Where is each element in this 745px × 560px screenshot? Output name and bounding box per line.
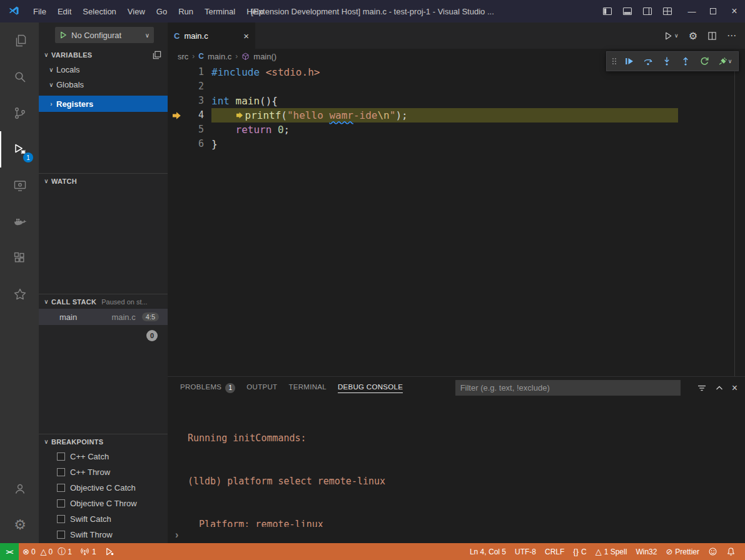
menu-file[interactable]: File bbox=[28, 7, 52, 16]
breakpoint-row[interactable]: C++ Catch bbox=[39, 449, 168, 464]
toggle-sidebar-icon[interactable] bbox=[602, 0, 612, 22]
code-editor[interactable]: 1 #include <stdio.h> 2 3 int main(){ bbox=[168, 64, 745, 376]
run-file-button[interactable]: ∨ bbox=[664, 31, 679, 41]
breakpoint-row[interactable]: Swift Catch bbox=[39, 511, 168, 527]
continue-button[interactable] bbox=[621, 52, 638, 70]
breakpoint-gutter[interactable] bbox=[168, 122, 186, 137]
checkbox[interactable] bbox=[57, 484, 65, 492]
tab-output[interactable]: OUTPUT bbox=[246, 377, 277, 399]
checkbox[interactable] bbox=[57, 531, 65, 539]
remote-explorer-icon[interactable] bbox=[0, 168, 39, 204]
checkbox[interactable] bbox=[57, 499, 65, 508]
menu-view[interactable]: View bbox=[122, 7, 151, 16]
step-into-button[interactable] bbox=[658, 52, 676, 70]
checkbox[interactable] bbox=[57, 452, 65, 461]
cursor-position[interactable]: Ln 4, Col 5 bbox=[465, 543, 510, 560]
checkbox[interactable] bbox=[57, 468, 65, 476]
debug-config-dropdown[interactable]: No Configurat ∨ bbox=[55, 27, 154, 43]
eol-indicator[interactable]: CRLF bbox=[540, 543, 569, 560]
close-window-button[interactable]: × bbox=[724, 0, 745, 22]
formatter-status[interactable]: ⊘Prettier bbox=[661, 543, 704, 560]
feedback-smiley-icon[interactable] bbox=[704, 543, 722, 560]
start-debugging-icon[interactable] bbox=[59, 31, 68, 39]
settings-gear-icon[interactable]: ⚙ bbox=[0, 507, 39, 543]
tab-problems[interactable]: PROBLEMS 1 bbox=[180, 377, 235, 399]
drag-handle-icon[interactable] bbox=[609, 52, 619, 70]
breakpoints-section-header[interactable]: ∨ BREAKPOINTS bbox=[39, 434, 168, 449]
breakpoint-gutter[interactable] bbox=[168, 79, 186, 94]
variables-globals-row[interactable]: ∨ Globals bbox=[39, 77, 168, 92]
menu-terminal[interactable]: Terminal bbox=[199, 7, 241, 16]
call-stack-section-header[interactable]: ∨ CALL STACK Paused on st... bbox=[39, 294, 168, 309]
console-filter-input[interactable] bbox=[455, 380, 681, 396]
notifications-bell-icon[interactable] bbox=[722, 543, 740, 560]
breakpoint-label: Swift Catch bbox=[70, 514, 111, 524]
language-mode[interactable]: {}C bbox=[569, 543, 590, 560]
menu-go[interactable]: Go bbox=[151, 7, 173, 16]
variables-registers-row[interactable]: › Registers bbox=[39, 96, 168, 112]
restart-button[interactable] bbox=[696, 52, 713, 70]
info-icon: ⓘ bbox=[58, 548, 66, 556]
spell-checker-status[interactable]: △1 Spell bbox=[591, 543, 632, 560]
docker-icon[interactable] bbox=[0, 204, 39, 240]
extensions-icon[interactable] bbox=[0, 240, 39, 276]
more-actions-icon[interactable]: ⋯ bbox=[727, 30, 736, 41]
tab-main-c[interactable]: C main.c × bbox=[168, 22, 255, 49]
minimize-button[interactable]: — bbox=[681, 0, 702, 22]
radio-tower-icon bbox=[80, 547, 89, 556]
encoding[interactable]: UTF-8 bbox=[510, 543, 540, 560]
split-editor-icon[interactable] bbox=[707, 31, 717, 41]
close-panel-icon[interactable]: × bbox=[732, 382, 737, 394]
breakpoint-gutter[interactable] bbox=[168, 65, 186, 79]
disconnect-button[interactable]: ∨ bbox=[714, 52, 736, 70]
watch-section-header[interactable]: ∨ WATCH bbox=[39, 174, 168, 188]
stack-frame-row[interactable]: main main.c 4:5 bbox=[39, 309, 168, 325]
close-tab-icon[interactable]: × bbox=[243, 31, 249, 41]
breadcrumb-file[interactable]: main.c bbox=[208, 52, 231, 61]
toggle-secondary-sidebar-icon[interactable] bbox=[642, 0, 652, 22]
customize-layout-icon[interactable] bbox=[662, 0, 672, 22]
breakpoint-row[interactable]: C++ Throw bbox=[39, 464, 168, 480]
tab-debug-console[interactable]: DEBUG CONSOLE bbox=[338, 377, 403, 399]
editor-settings-icon[interactable]: ⚙ bbox=[689, 30, 697, 42]
breakpoint-row[interactable]: Objective C Throw bbox=[39, 496, 168, 511]
search-icon[interactable] bbox=[0, 59, 39, 95]
debug-status[interactable] bbox=[101, 543, 119, 560]
menu-selection[interactable]: Selection bbox=[77, 7, 121, 16]
code-line: 3 int main(){ bbox=[168, 94, 745, 108]
breadcrumb-symbol[interactable]: main() bbox=[253, 52, 276, 61]
run-and-debug-icon[interactable]: 1 bbox=[0, 131, 39, 168]
maximize-panel-icon[interactable] bbox=[714, 383, 724, 393]
debug-console-input[interactable]: › bbox=[168, 527, 745, 543]
paused-status: Paused on st... bbox=[101, 298, 147, 306]
forwarded-ports-status[interactable]: 1 bbox=[76, 543, 101, 560]
explorer-icon[interactable] bbox=[0, 22, 39, 59]
variables-section-header[interactable]: ∨ VARIABLES bbox=[39, 48, 168, 62]
current-line-arrow-icon[interactable] bbox=[168, 108, 186, 122]
platform-indicator[interactable]: Win32 bbox=[631, 543, 661, 560]
filter-icon[interactable] bbox=[697, 383, 707, 393]
menu-run[interactable]: Run bbox=[173, 7, 199, 16]
source-control-icon[interactable] bbox=[0, 95, 39, 131]
remote-indicator[interactable]: >< bbox=[0, 543, 19, 560]
maximize-button[interactable] bbox=[702, 0, 724, 22]
tree-label: Globals bbox=[56, 80, 84, 89]
open-in-panel-icon[interactable] bbox=[153, 51, 161, 59]
breakpoint-gutter[interactable] bbox=[168, 137, 186, 151]
breakpoint-gutter[interactable] bbox=[168, 94, 186, 108]
step-over-button[interactable] bbox=[639, 52, 657, 70]
tab-terminal[interactable]: TERMINAL bbox=[288, 377, 327, 399]
panel-actions: × bbox=[697, 382, 737, 394]
variables-locals-row[interactable]: ∨ Locals bbox=[39, 62, 168, 77]
accounts-icon[interactable] bbox=[0, 471, 39, 507]
step-out-button[interactable] bbox=[677, 52, 694, 70]
toggle-panel-icon[interactable] bbox=[622, 0, 632, 22]
breadcrumb-folder[interactable]: src bbox=[178, 52, 188, 61]
star-icon[interactable] bbox=[0, 276, 39, 312]
breakpoint-row[interactable]: Objective C Catch bbox=[39, 480, 168, 496]
menu-edit[interactable]: Edit bbox=[52, 7, 77, 16]
checkbox[interactable] bbox=[57, 515, 65, 523]
breakpoint-row[interactable]: Swift Throw bbox=[39, 527, 168, 542]
problems-status[interactable]: ⊗0 △0 ⓘ1 bbox=[19, 548, 76, 556]
breakpoint-label: Objective C Throw bbox=[70, 499, 137, 508]
